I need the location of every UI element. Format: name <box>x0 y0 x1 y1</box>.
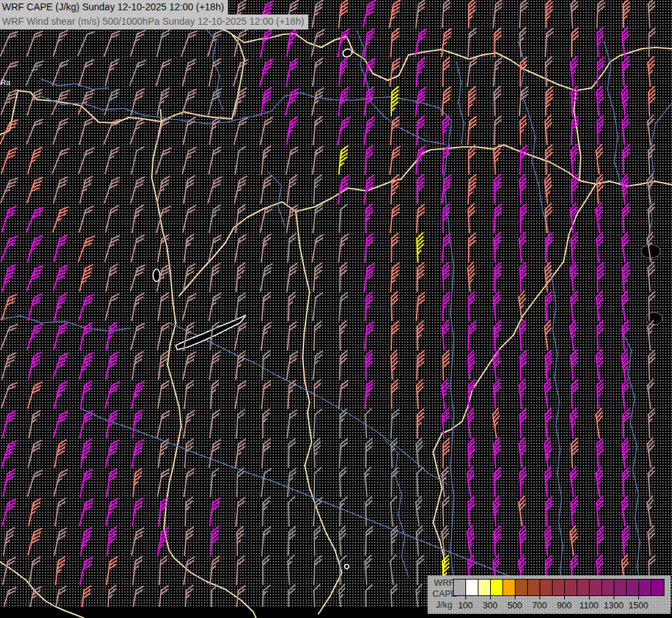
wind-barb <box>157 28 170 58</box>
wind-barb <box>183 263 195 293</box>
wind-barb <box>262 468 271 497</box>
wind-barb <box>1 30 18 58</box>
wind-barb <box>520 146 526 174</box>
wind-barb <box>209 116 220 146</box>
wind-barb <box>288 380 296 409</box>
wind-barb <box>104 87 119 117</box>
wind-barb <box>106 556 117 586</box>
wind-barb <box>570 350 579 380</box>
legend-tick-mark <box>490 595 491 599</box>
wind-barb <box>493 350 502 379</box>
wind-barb <box>262 439 270 468</box>
legend-tick-mark <box>614 595 614 599</box>
wind-barb <box>1 146 16 176</box>
wind-barb <box>391 262 399 292</box>
wind-barb <box>595 145 605 174</box>
wind-barb <box>312 87 324 117</box>
wind-barb <box>80 175 92 205</box>
legend-tick-label: 700 <box>526 600 553 610</box>
wind-barb <box>28 439 41 468</box>
wind-barb <box>314 262 322 292</box>
wind-barb <box>546 233 552 262</box>
wind-barb <box>544 468 553 497</box>
wind-barb <box>312 28 324 58</box>
wind-barb <box>366 350 372 379</box>
wind-barb <box>286 204 297 233</box>
legend-color-cell <box>590 580 602 595</box>
wind-barb <box>622 379 631 409</box>
wind-barb <box>209 87 222 117</box>
wind-barb <box>519 174 527 203</box>
wind-barb <box>544 174 554 203</box>
wind-barb <box>183 293 196 322</box>
legend-color-cell <box>528 580 540 595</box>
wind-barb <box>287 351 297 380</box>
wind-barb <box>184 468 194 497</box>
wind-barb <box>54 380 67 410</box>
map-corner-label: Ra <box>1 79 10 87</box>
wind-barb <box>54 263 68 293</box>
wind-barb <box>596 438 605 468</box>
wind-barb <box>365 292 372 321</box>
wind-barb <box>29 409 40 439</box>
wind-barb <box>649 87 656 115</box>
wind-barb <box>494 204 502 233</box>
wind-barb <box>288 321 297 351</box>
legend-tick-mark <box>540 595 540 599</box>
wind-barb <box>288 439 295 468</box>
wind-barb <box>364 321 373 351</box>
wind-barb <box>314 497 322 527</box>
wind-barb <box>236 497 245 527</box>
wind-barb <box>570 145 579 174</box>
wind-barb <box>79 293 93 322</box>
wind-barb <box>105 234 119 264</box>
wind-barb <box>492 409 502 438</box>
wind-barb <box>287 116 297 146</box>
map-title-block: WRF CAPE (J/kg) Sunday 12-10-2025 12:00 … <box>0 0 308 30</box>
wind-barb <box>159 497 167 527</box>
wind-barb <box>132 439 143 468</box>
wind-barb <box>596 350 605 379</box>
wind-barb <box>53 205 69 234</box>
wind-barb <box>105 293 118 322</box>
wind-barb <box>54 293 66 322</box>
wind-barb <box>235 175 247 205</box>
wind-barb <box>365 409 373 437</box>
wind-barb <box>365 497 372 526</box>
wind-barb <box>157 87 169 117</box>
wind-barb <box>27 234 42 264</box>
wind-barb <box>211 468 219 497</box>
wind-barb <box>3 527 14 556</box>
legend-label-variable: CAPE <box>432 588 456 599</box>
wind-barbs-layer <box>0 0 672 618</box>
wind-barb <box>184 380 194 409</box>
wind-barb <box>364 116 374 146</box>
wind-barb <box>262 527 270 556</box>
wind-barb <box>648 145 656 174</box>
wind-barb <box>494 174 500 203</box>
wind-barb <box>443 57 450 86</box>
wind-barb <box>131 175 145 205</box>
wind-barb <box>621 350 631 379</box>
weather-map-stage: Ra WRF CAPE (J/kg) Sunday 12-10-2025 12:… <box>0 0 672 618</box>
wind-barb <box>518 291 529 321</box>
legend-label-model: WRF <box>432 577 456 588</box>
wind-barb <box>261 28 272 58</box>
wind-barb <box>443 439 449 468</box>
wind-barb <box>183 175 194 205</box>
wind-barb <box>211 380 218 409</box>
wind-barb <box>648 409 656 437</box>
wind-barb <box>363 0 375 29</box>
wind-barb <box>313 292 323 321</box>
wind-barb <box>1 322 17 351</box>
wind-barb <box>2 439 16 469</box>
wind-barb <box>391 526 398 555</box>
wind-barb <box>263 409 269 438</box>
wind-barb <box>443 116 450 145</box>
legend-tick-label: 1100 <box>575 600 603 610</box>
wind-barb <box>106 321 117 351</box>
wind-barb <box>29 497 40 527</box>
wind-barb <box>55 439 67 468</box>
wind-barb <box>519 233 528 262</box>
wind-barb <box>106 205 118 234</box>
